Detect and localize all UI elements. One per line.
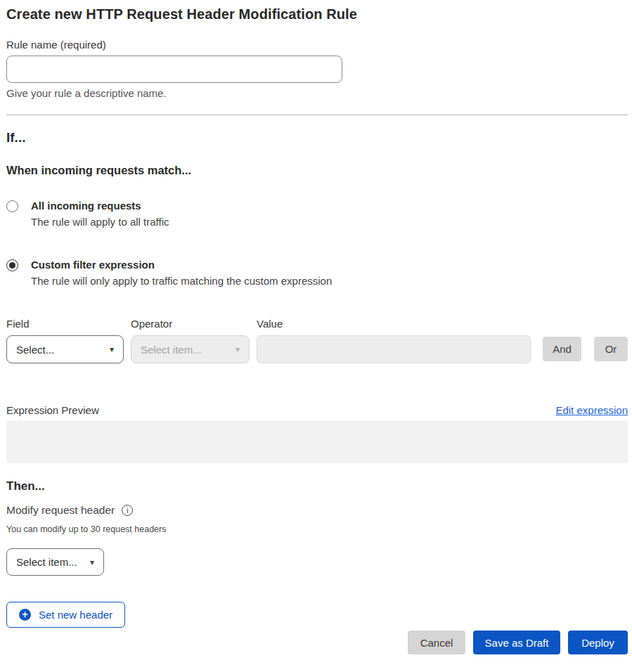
header-item-select[interactable]: Select item... ▾ xyxy=(6,548,104,576)
value-input[interactable] xyxy=(257,335,531,363)
cancel-button[interactable]: Cancel xyxy=(408,631,465,654)
page-title: Create new HTTP Request Header Modificat… xyxy=(6,6,628,22)
set-new-header-label: Set new header xyxy=(39,609,112,621)
then-section-heading: Then... xyxy=(6,479,628,493)
footer-action-bar: Cancel Save as Draft Deploy xyxy=(6,631,628,654)
if-section-heading: If... xyxy=(6,130,628,146)
create-rule-form: Create new HTTP Request Header Modificat… xyxy=(0,0,632,654)
and-button[interactable]: And xyxy=(543,337,581,361)
deploy-button[interactable]: Deploy xyxy=(568,631,628,654)
radio-unselected-icon[interactable] xyxy=(6,200,18,212)
operator-label: Operator xyxy=(131,318,250,330)
modify-header-row: Modify request header i xyxy=(6,504,628,517)
chevron-down-icon: ▾ xyxy=(236,344,240,354)
radio-selected-icon[interactable] xyxy=(6,259,18,271)
radio-option-custom-filter-expression[interactable]: Custom filter expression The rule will o… xyxy=(6,259,628,287)
field-label: Field xyxy=(6,318,124,330)
section-divider xyxy=(6,115,628,115)
expression-preview-header: Expression Preview Edit expression xyxy=(6,404,628,416)
operator-select[interactable]: Select item... ▾ xyxy=(131,335,250,363)
rule-name-helper: Give your rule a descriptive name. xyxy=(6,87,628,99)
radio-option-description: The rule will only apply to traffic matc… xyxy=(31,275,332,287)
operator-select-value: Select item... xyxy=(141,344,202,356)
chevron-down-icon: ▾ xyxy=(90,557,94,567)
modify-request-header-label: Modify request header xyxy=(6,504,115,517)
field-select-value: Select... xyxy=(16,344,54,356)
radio-option-label: Custom filter expression xyxy=(31,259,332,271)
expression-preview-box xyxy=(6,420,628,463)
edit-expression-link[interactable]: Edit expression xyxy=(555,404,628,416)
and-or-button-group: And Or xyxy=(543,337,628,361)
or-button[interactable]: Or xyxy=(594,337,628,361)
expression-builder-row: Field Select... ▾ Operator Select item..… xyxy=(6,318,628,363)
field-select[interactable]: Select... ▾ xyxy=(6,335,124,363)
rule-name-label: Rule name (required) xyxy=(6,39,628,51)
info-icon[interactable]: i xyxy=(122,505,133,516)
rule-name-input[interactable] xyxy=(6,56,342,83)
header-item-select-value: Select item... xyxy=(16,556,77,568)
modify-header-helper: You can modify up to 30 request headers xyxy=(6,524,628,534)
expression-preview-label: Expression Preview xyxy=(6,404,99,416)
value-label: Value xyxy=(257,318,531,330)
plus-icon: + xyxy=(19,609,31,621)
chevron-down-icon: ▾ xyxy=(110,344,114,354)
match-subheading: When incoming requests match... xyxy=(6,164,628,177)
radio-option-all-incoming-requests[interactable]: All incoming requests The rule will appl… xyxy=(6,200,628,228)
radio-option-description: The rule will apply to all traffic xyxy=(31,216,169,228)
save-as-draft-button[interactable]: Save as Draft xyxy=(473,631,560,654)
set-new-header-button[interactable]: + Set new header xyxy=(6,602,125,628)
radio-option-label: All incoming requests xyxy=(31,200,169,212)
